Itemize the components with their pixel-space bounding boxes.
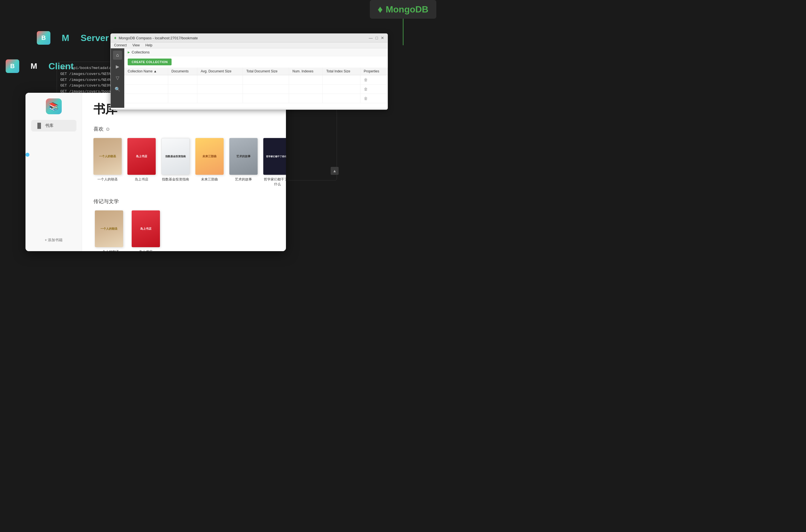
book-title-bio-2: 岛上书店 xyxy=(139,249,152,251)
table-row-2: 🗑 xyxy=(124,84,388,94)
col-collection-name[interactable]: Collection Name ▲ xyxy=(124,68,168,75)
book-item-bio-2[interactable]: 岛上书店 岛上书店 xyxy=(130,210,161,251)
row1-total xyxy=(243,75,289,84)
row2-index-size xyxy=(323,84,360,94)
col-total-index-size[interactable]: Total Index Size xyxy=(323,68,360,75)
book-cover-text-3: 指数基金投资指南 xyxy=(164,153,187,160)
book-title-1: 一个人的朝圣 xyxy=(97,177,118,182)
book-cover-1: 一个人的朝圣 xyxy=(93,138,122,175)
book-cover-bio-text-2: 岛上书店 xyxy=(138,225,154,233)
compass-menubar: Connect View Help xyxy=(111,42,388,49)
compass-collections-label: Collections xyxy=(132,50,150,54)
nav-item-library[interactable]: ▐▌ 书库 xyxy=(31,120,76,132)
bookmate-logo: 📚 xyxy=(46,98,62,114)
compass-collapse-icon[interactable]: ▽ xyxy=(113,73,122,82)
book-item-2[interactable]: 岛上书店 岛上书店 xyxy=(127,138,156,187)
col-avg-doc-size[interactable]: Avg. Document Size xyxy=(197,68,243,75)
book-item-4[interactable]: 未来三部曲 未来三部曲 xyxy=(195,138,224,187)
row3-total xyxy=(243,94,289,103)
breadcrumb-arrow-icon: ▶ xyxy=(128,51,130,54)
book-cover-text-6: 哲学家们都干了些什么 xyxy=(264,153,286,160)
add-book-button[interactable]: + 添加书籍 xyxy=(40,235,67,246)
bookmate-main: 书库 喜欢 ⊙ 一个人的朝圣 一个人的朝圣 岛上书店 岛上书店 指数基金投资指南 xyxy=(82,93,286,251)
compass-body: ⌂ ▶ ▽ 🔍 ▶ Collections CREATE COLLECTION … xyxy=(111,49,388,108)
row3-name xyxy=(124,94,168,103)
bookmate-icon: B xyxy=(37,31,50,45)
create-collection-button[interactable]: CREATE COLLECTION xyxy=(128,59,171,65)
col-num-indexes[interactable]: Num. Indexes xyxy=(289,68,323,75)
col-total-doc-size[interactable]: Total Document Size xyxy=(243,68,289,75)
bookmate-sidebar: 📚 ▐▌ 书库 + 添加书籍 xyxy=(25,93,82,251)
taskbar-server-label: Server xyxy=(81,33,109,43)
row2-props: 🗑 xyxy=(360,84,387,94)
minimize-button[interactable]: — xyxy=(369,36,373,40)
bookmate-icon-2: B xyxy=(6,59,19,73)
menu-connect[interactable]: Connect xyxy=(114,43,127,47)
terminal-scroll-up[interactable]: ▲ xyxy=(331,167,338,175)
bookmate-window: 📚 ▐▌ 书库 + 添加书籍 书库 喜欢 ⊙ 一个人的朝圣 一个人的朝圣 xyxy=(25,93,286,251)
menu-view[interactable]: View xyxy=(132,43,140,47)
row2-indexes xyxy=(289,84,323,94)
blue-dot-connector xyxy=(25,153,30,157)
mongodb-label: ♦ MongoDB xyxy=(370,0,436,19)
book-title-2: 岛上书店 xyxy=(135,177,148,182)
connector-line xyxy=(403,17,403,45)
book-cover-2: 岛上书店 xyxy=(127,138,156,175)
row3-avg xyxy=(197,94,243,103)
books-grid-likes: 一个人的朝圣 一个人的朝圣 岛上书店 岛上书店 指数基金投资指南 指数基金投资指… xyxy=(93,138,275,187)
row1-name xyxy=(124,75,168,84)
col-documents[interactable]: Documents xyxy=(168,68,197,75)
row2-avg xyxy=(197,84,243,94)
maximize-button[interactable]: □ xyxy=(376,36,378,40)
row1-indexes xyxy=(289,75,323,84)
delete-row2-icon[interactable]: 🗑 xyxy=(364,87,368,91)
row1-props: 🗑 xyxy=(360,75,387,84)
book-item-5[interactable]: 艺术的故事 艺术的故事 xyxy=(229,138,258,187)
section-likes-label: 喜欢 xyxy=(93,126,104,132)
close-button[interactable]: ✕ xyxy=(381,36,384,40)
delete-row1-icon[interactable]: 🗑 xyxy=(364,77,368,82)
compass-leaf-icon: ♦ xyxy=(114,35,116,40)
book-title-3: 指数基金投资指南 xyxy=(162,177,189,182)
book-title-5: 艺术的故事 xyxy=(235,177,252,182)
compass-search-icon[interactable]: 🔍 xyxy=(113,84,122,94)
book-item-bio-1[interactable]: 一个人的朝圣 一个人的朝圣 xyxy=(93,210,125,251)
compass-expand-icon[interactable]: ▶ xyxy=(113,62,122,71)
book-item-6[interactable]: 哲学家们都干了些什么 哲学家们都干了些什么 xyxy=(263,138,286,187)
col-properties[interactable]: Properties xyxy=(360,68,387,75)
taskbar-item-m[interactable]: M xyxy=(62,33,69,43)
book-cover-text-2: 岛上书店 xyxy=(134,152,149,160)
compass-titlebar: ♦ MongoDB Compass - localhost:27017/book… xyxy=(111,34,388,42)
taskbar-item-b[interactable]: B xyxy=(37,31,50,45)
book-item-1[interactable]: 一个人的朝圣 一个人的朝圣 xyxy=(93,138,122,187)
book-cover-bio-2: 岛上书店 xyxy=(132,210,160,247)
book-cover-text-1: 一个人的朝圣 xyxy=(97,152,118,160)
compass-collections-table: Collection Name ▲ Documents Avg. Documen… xyxy=(124,68,388,103)
book-cover-bio-text-1: 一个人的朝圣 xyxy=(98,225,120,233)
taskbar-item-server[interactable]: Server xyxy=(81,33,109,43)
row2-docs xyxy=(168,84,197,94)
taskbar2-m-label: M xyxy=(31,62,37,71)
row2-total xyxy=(243,84,289,94)
taskbar-bottom: B M Client xyxy=(0,57,79,76)
compass-home-icon[interactable]: ⌂ xyxy=(113,51,122,60)
taskbar2-item-b[interactable]: B xyxy=(6,59,19,73)
add-book-label: + 添加书籍 xyxy=(45,238,62,243)
row3-props: 🗑 xyxy=(360,94,387,103)
section-likes-chevron[interactable]: ⊙ xyxy=(106,127,110,132)
mongodb-title: MongoDB xyxy=(386,4,428,15)
book-title-4: 未来三部曲 xyxy=(201,177,218,182)
taskbar2-item-m[interactable]: M xyxy=(31,62,37,71)
book-cover-4: 未来三部曲 xyxy=(195,138,224,175)
taskbar2-item-client[interactable]: Client xyxy=(49,61,74,72)
section-bio-header: 传记与文学 xyxy=(93,198,275,205)
book-cover-text-4: 未来三部曲 xyxy=(200,152,219,160)
nav-library-label: 书库 xyxy=(45,123,54,128)
delete-row3-icon[interactable]: 🗑 xyxy=(364,96,368,101)
book-cover-5: 艺术的故事 xyxy=(229,138,258,175)
book-item-3[interactable]: 指数基金投资指南 指数基金投资指南 xyxy=(161,138,190,187)
book-cover-text-5: 艺术的故事 xyxy=(234,152,253,160)
menu-help[interactable]: Help xyxy=(146,43,152,47)
book-title-6: 哲学家们都干了些什么 xyxy=(264,177,286,187)
compass-breadcrumb: ▶ Collections xyxy=(124,49,388,56)
